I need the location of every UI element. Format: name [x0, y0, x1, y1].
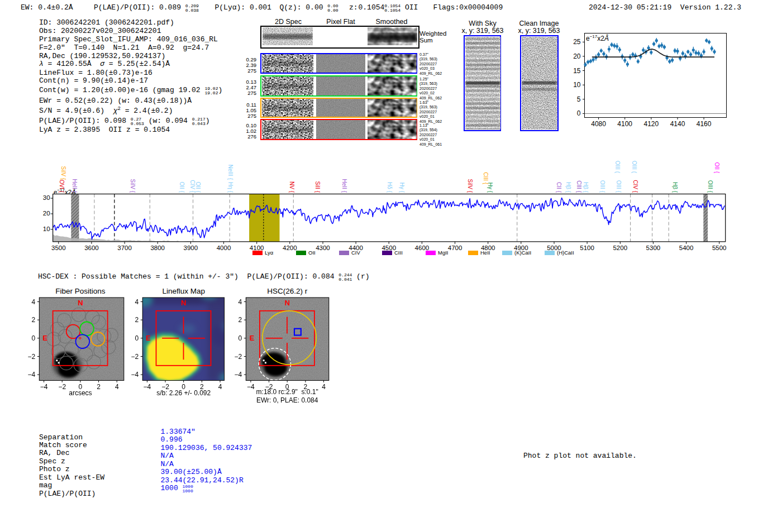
svg-text:HeII {: HeII {	[341, 179, 347, 193]
svg-text:Hγ {: Hγ {	[487, 183, 493, 193]
svg-text:Hδ {: Hδ {	[387, 182, 393, 193]
svg-text:NeIII {: NeIII {	[227, 165, 233, 180]
svg-text:HeII {: HeII {	[71, 179, 78, 193]
svg-text:OIII (: OIII (	[631, 161, 637, 174]
svg-text:Hβ {: Hβ {	[565, 182, 571, 193]
svg-text:Hβ {: Hβ {	[672, 182, 678, 193]
svg-text:SiIV {: SiIV {	[60, 166, 66, 180]
svg-text:OII {: OII {	[714, 162, 720, 174]
svg-text:OIII {: OIII {	[599, 180, 605, 193]
svg-text:OII {: OII {	[195, 182, 201, 193]
svg-text:NV {: NV {	[289, 181, 295, 193]
svg-text:OII {: OII {	[179, 182, 185, 193]
svg-text:Hη {: Hη {	[227, 182, 233, 193]
svg-text:OIII {: OIII {	[616, 180, 622, 193]
svg-text:OIII {: OIII {	[707, 180, 713, 193]
svg-text:SiIV {: SiIV {	[467, 179, 473, 193]
svg-text:SiIV {: SiIV {	[130, 179, 136, 193]
svg-text:OIII (: OIII (	[614, 161, 621, 174]
svg-text:Hγ {: Hγ {	[399, 183, 405, 193]
svg-text:Hβ {: Hβ {	[583, 182, 589, 193]
svg-text:CIV {: CIV {	[189, 180, 196, 193]
svg-text:CII {: CII {	[556, 182, 562, 193]
svg-text:CIV {: CIV {	[632, 180, 638, 193]
svg-text:CIII {: CIII {	[576, 180, 582, 193]
svg-text:SiII {: SiII {	[314, 181, 321, 193]
svg-text:OVI {: OVI {	[59, 180, 65, 193]
